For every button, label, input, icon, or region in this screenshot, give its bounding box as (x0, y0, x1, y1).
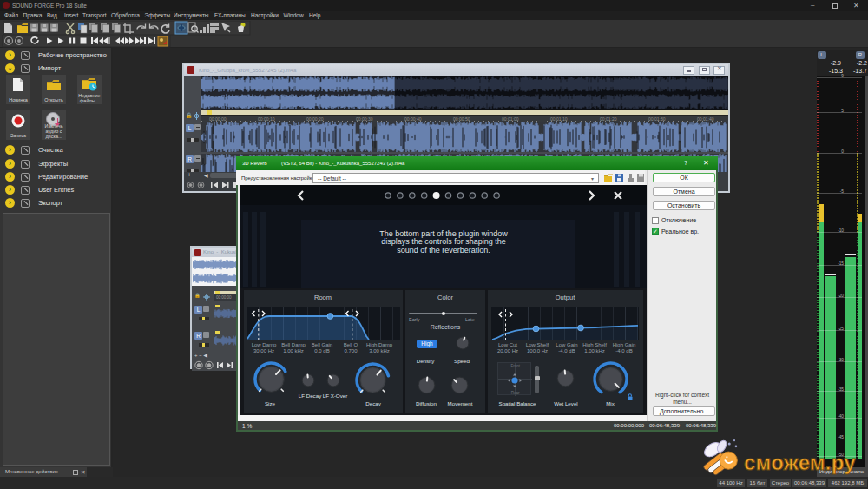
svg-text:сможем.ру: сможем.ру (744, 451, 856, 474)
